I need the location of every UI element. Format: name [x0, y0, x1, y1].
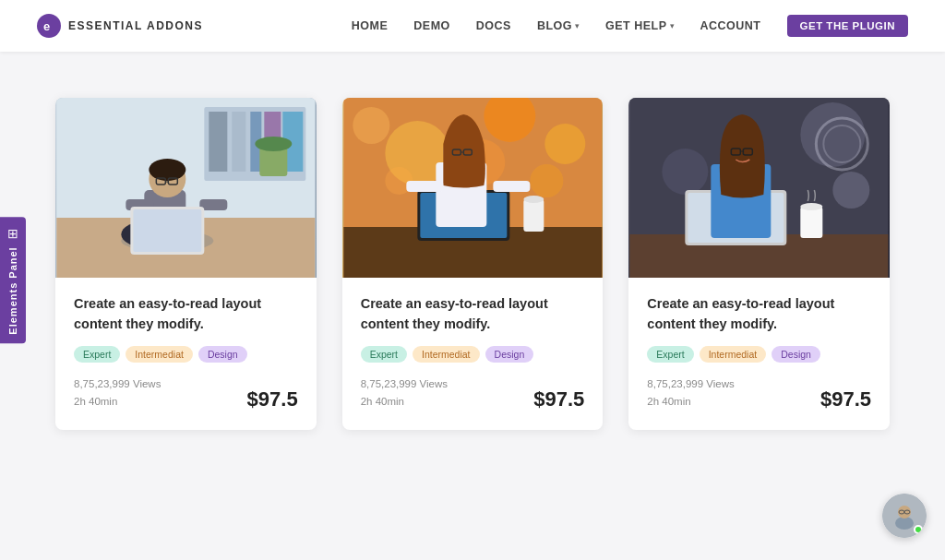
logo-link[interactable]: e ESSENTIAL ADDONS	[37, 14, 203, 38]
tag-design: Design	[772, 346, 820, 363]
main-nav: HOME DEMO DOCS BLOG ▾ GET HELP ▾ ACCOUNT…	[352, 15, 908, 37]
svg-rect-44	[493, 181, 530, 192]
svg-point-29	[544, 124, 585, 164]
svg-point-35	[523, 196, 544, 203]
card-body-1: Create an easy-to-read layout content th…	[55, 278, 317, 430]
card-image-1	[55, 98, 317, 278]
chat-online-dot	[914, 525, 923, 534]
svg-point-21	[149, 159, 185, 181]
nav-home[interactable]: HOME	[352, 19, 389, 32]
card-views-3: 8,75,23,999 Views	[647, 375, 734, 394]
nav-blog-dropdown[interactable]: BLOG ▾	[537, 19, 580, 32]
card-image-2	[342, 98, 604, 278]
svg-point-47	[663, 149, 709, 195]
tag-expert: Expert	[647, 346, 693, 363]
svg-point-12	[255, 137, 292, 151]
card-price-1: $97.5	[247, 387, 298, 411]
nav-get-plugin[interactable]: GET THE PLUGIN	[787, 15, 908, 37]
logo-text: ESSENTIAL ADDONS	[68, 19, 203, 32]
card-price-3: $97.5	[820, 387, 871, 411]
svg-rect-6	[232, 112, 245, 172]
svg-text:e: e	[43, 19, 50, 33]
gethelp-chevron-icon: ▾	[670, 21, 675, 30]
tag-intermediat: Intermediat	[413, 346, 480, 363]
elements-panel-label: Elements Panel	[7, 246, 18, 334]
card-1[interactable]: Create an easy-to-read layout content th…	[55, 98, 317, 430]
card-meta-2: 8,75,23,999 Views 2h 40min	[361, 375, 448, 411]
main-content: Create an easy-to-read layout content th…	[0, 52, 945, 485]
tag-intermediat: Intermediat	[126, 346, 193, 363]
cards-grid: Create an easy-to-read layout content th…	[55, 98, 890, 430]
nav-blog[interactable]: BLOG	[537, 19, 572, 32]
tag-intermediat: Intermediat	[700, 346, 767, 363]
card-views-2: 8,75,23,999 Views	[361, 375, 448, 394]
card-meta-3: 8,75,23,999 Views 2h 40min	[647, 375, 734, 411]
svg-point-62	[895, 517, 914, 530]
nav-demo[interactable]: DEMO	[413, 19, 450, 32]
svg-point-26	[353, 107, 389, 144]
nav-get-help[interactable]: GET HELP	[605, 19, 667, 32]
blog-chevron-icon: ▾	[575, 21, 580, 30]
card-footer-2: 8,75,23,999 Views 2h 40min $97.5	[361, 375, 585, 411]
card-tags-2: ExpertIntermediatDesign	[361, 346, 585, 363]
svg-point-55	[801, 203, 823, 210]
card-2[interactable]: Create an easy-to-read layout content th…	[342, 98, 604, 430]
svg-rect-34	[523, 199, 544, 232]
nav-account[interactable]: ACCOUNT	[700, 19, 761, 32]
card-body-2: Create an easy-to-read layout content th…	[342, 278, 604, 430]
card-title-2: Create an easy-to-read layout content th…	[361, 294, 585, 335]
main-header: e ESSENTIAL ADDONS HOME DEMO DOCS BLOG ▾…	[0, 0, 945, 52]
card-views-1: 8,75,23,999 Views	[74, 375, 161, 394]
card-tags-1: ExpertIntermediatDesign	[74, 346, 298, 363]
card-tags-3: ExpertIntermediatDesign	[647, 346, 871, 363]
svg-rect-43	[406, 181, 443, 192]
card-price-2: $97.5	[533, 387, 584, 411]
chat-avatar	[882, 494, 927, 538]
card-duration-1: 2h 40min	[74, 393, 161, 411]
svg-rect-54	[801, 207, 823, 238]
tag-expert: Expert	[74, 346, 120, 363]
tag-expert: Expert	[361, 346, 407, 363]
logo-icon: e	[37, 14, 61, 38]
card-meta-1: 8,75,23,999 Views 2h 40min	[74, 375, 161, 411]
card-title-1: Create an easy-to-read layout content th…	[74, 294, 298, 335]
card-body-3: Create an easy-to-read layout content th…	[628, 278, 890, 430]
svg-point-30	[530, 164, 563, 197]
elements-panel-wrapper: ⊞ Elements Panel	[0, 217, 26, 343]
card-image-3	[628, 98, 890, 278]
tag-design: Design	[485, 346, 534, 363]
card-footer-3: 8,75,23,999 Views 2h 40min $97.5	[647, 375, 871, 411]
elements-panel-icon: ⊞	[7, 226, 18, 241]
card-title-3: Create an easy-to-read layout content th…	[647, 294, 871, 335]
chat-widget[interactable]	[882, 494, 927, 538]
svg-point-48	[833, 172, 870, 209]
card-3[interactable]: Create an easy-to-read layout content th…	[628, 98, 890, 430]
nav-docs[interactable]: DOCS	[476, 19, 511, 32]
nav-gethelp-dropdown[interactable]: GET HELP ▾	[605, 19, 675, 32]
tag-design: Design	[198, 346, 247, 363]
svg-rect-5	[209, 112, 227, 172]
card-duration-3: 2h 40min	[647, 393, 734, 411]
card-duration-2: 2h 40min	[361, 393, 448, 411]
elements-panel-tab[interactable]: ⊞ Elements Panel	[0, 217, 26, 343]
svg-rect-19	[133, 209, 201, 252]
card-footer-1: 8,75,23,999 Views 2h 40min $97.5	[74, 375, 298, 411]
